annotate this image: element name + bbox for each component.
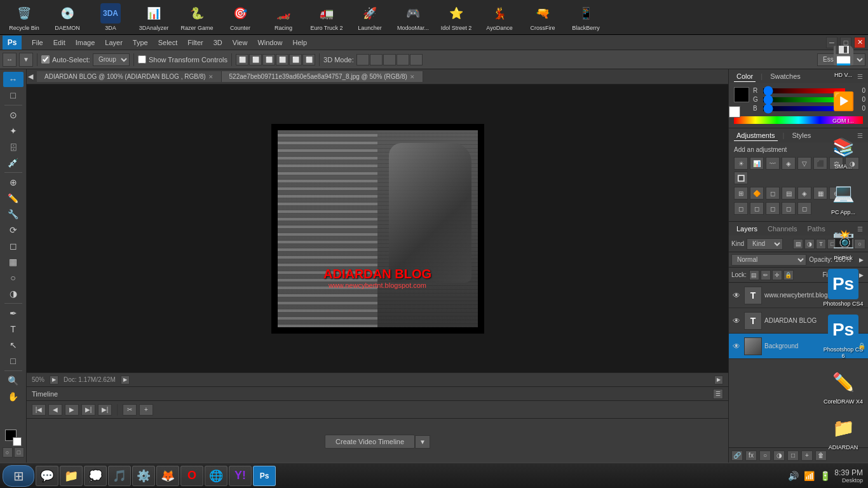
taskbar-icon-daemon[interactable]: 💿 DAEMON — [46, 1, 89, 34]
layers-kind-select[interactable]: Kind Name Effect — [747, 238, 783, 250]
desktop-icon-sma[interactable]: 📚 SMA... — [821, 129, 865, 172]
taskbar-icon-3da[interactable]: 3DA 3DA — [89, 1, 132, 34]
lasso-tool[interactable]: ⊙ — [3, 107, 24, 123]
align-top-btn[interactable]: ⬜ — [276, 54, 288, 65]
adj-exposure[interactable]: ◈ — [782, 157, 796, 170]
taskbar-icon-crossfire[interactable]: 🔫 CrossFire — [521, 1, 564, 34]
new-layer-btn[interactable]: + — [801, 451, 813, 461]
menu-type[interactable]: Type — [128, 37, 153, 48]
hand-tool[interactable]: ✋ — [3, 389, 24, 404]
desktop-icon-hd[interactable]: 💾 HD V... — [821, 37, 865, 81]
canvas-tab-1-close[interactable]: ✕ — [208, 74, 214, 80]
show-transform-checkbox[interactable] — [138, 55, 146, 64]
desktop-icon-pc-app[interactable]: 💻 PC App... — [821, 175, 865, 218]
new-group-btn[interactable]: □ — [787, 451, 799, 461]
taskbar-icon-launcher[interactable]: 🚀 Launcher — [348, 1, 391, 34]
menu-help[interactable]: Help — [288, 37, 313, 48]
filter-pixel-icon[interactable]: ▤ — [793, 239, 803, 249]
timeline-cut[interactable]: ✂ — [123, 404, 137, 416]
add-style-btn[interactable]: fx — [745, 451, 757, 461]
zoom-indicator-btn[interactable]: ▶ — [50, 376, 58, 384]
tabs-scroll-left[interactable]: ◀ — [27, 69, 37, 85]
align-right-btn[interactable]: ⬜ — [262, 54, 275, 65]
3d-mode-btn-1[interactable] — [356, 54, 369, 65]
menu-layer[interactable]: Layer — [100, 37, 128, 48]
adj-extra-4[interactable]: ◻ — [782, 202, 796, 215]
adj-levels[interactable]: 📊 — [750, 157, 764, 170]
adj-extra-5[interactable]: ◻ — [797, 202, 811, 215]
brush-tool[interactable]: ✏️ — [3, 191, 24, 206]
taskbar-icon-ayodance[interactable]: 💃 AyoDance — [478, 1, 521, 34]
timeline-step-forward[interactable]: ▶| — [81, 404, 95, 416]
adjustments-tab[interactable]: Adjustments — [734, 130, 778, 141]
align-center-btn[interactable]: ⬜ — [249, 54, 262, 65]
adj-color-lookup[interactable]: 🔶 — [750, 187, 764, 200]
eyedropper-tool[interactable]: 💉 — [3, 155, 24, 170]
shape-tool[interactable]: □ — [3, 353, 24, 369]
blend-mode-select[interactable]: Normal — [731, 254, 806, 266]
foreground-color-swatch[interactable] — [734, 87, 749, 102]
layers-tab[interactable]: Layers — [734, 224, 760, 234]
add-link-btn[interactable]: 🔗 — [731, 451, 743, 461]
desktop-icon-picpick[interactable]: 📸 PicPick — [821, 220, 865, 264]
fg-bg-color-swatch[interactable] — [734, 87, 749, 106]
bg-color[interactable] — [13, 437, 22, 446]
new-fill-adj-btn[interactable]: ◑ — [773, 451, 785, 461]
adj-curves[interactable]: 〰 — [766, 157, 780, 170]
adj-photo-filter[interactable]: 🔳 — [734, 172, 748, 184]
adj-extra-2[interactable]: ◻ — [750, 202, 764, 215]
desktop-icon-ps-cs4[interactable]: Ps Photoshop CS4 — [821, 266, 865, 309]
layer-1-visibility[interactable]: 👁 — [731, 290, 742, 301]
layer-2-visibility[interactable]: 👁 — [731, 316, 742, 326]
timeline-menu-btn[interactable]: ☰ — [713, 389, 723, 399]
taskbar-yahoo[interactable]: Y! — [229, 466, 252, 486]
filter-adjust-icon[interactable]: ◑ — [804, 239, 815, 249]
start-button[interactable]: ⊞ — [3, 465, 34, 487]
history-brush[interactable]: ⟳ — [3, 222, 24, 238]
adj-invert[interactable]: ◻ — [766, 187, 780, 200]
add-mask-btn[interactable]: ○ — [759, 451, 771, 461]
timeline-go-start[interactable]: |◀ — [32, 404, 46, 416]
menu-view[interactable]: View — [227, 37, 253, 48]
background-color-swatch[interactable] — [729, 106, 740, 118]
canvas-tab-1[interactable]: ADIARDAN BLOG @ 100% (ADIARDAN BLOG , RG… — [37, 71, 222, 82]
desktop-icon-adiardan[interactable]: 📁 ADIARDAN — [821, 410, 865, 453]
auto-select-checkbox[interactable] — [41, 55, 50, 64]
align-bottom-btn[interactable]: ⬜ — [302, 54, 315, 65]
pen-tool[interactable]: ✒ — [3, 306, 24, 321]
move-tool-btn[interactable]: ↔ — [3, 53, 17, 67]
taskbar-chat[interactable]: 💭 — [84, 466, 107, 486]
taskbar-icon-racing[interactable]: 🏎️ Racing — [262, 1, 305, 34]
lock-pixels-btn[interactable]: ▤ — [749, 270, 759, 280]
menu-image[interactable]: Image — [71, 37, 100, 48]
canvas-tab-2-close[interactable]: ✕ — [410, 74, 415, 80]
desktop-icon-coreldraw[interactable]: ✏️ CorelDRAW X4 — [821, 364, 865, 407]
quick-select-tool[interactable]: ✦ — [3, 123, 24, 139]
timeline-add-media[interactable]: + — [139, 404, 153, 416]
taskbar-settings[interactable]: ⚙️ — [132, 466, 155, 486]
taskbar-icon-counter[interactable]: 🎯 Counter — [219, 1, 262, 34]
adj-threshold[interactable]: ◈ — [797, 187, 811, 200]
create-timeline-dropdown[interactable]: ▼ — [415, 435, 430, 449]
swatches-tab[interactable]: Swatches — [768, 71, 803, 81]
taskbar-icon-euro-truck[interactable]: 🚛 Euro Truck 2 — [305, 1, 348, 34]
tray-icon-2[interactable]: 📶 — [803, 470, 816, 482]
healing-brush[interactable]: ⊕ — [3, 175, 24, 190]
status-info-btn[interactable]: ▶ — [121, 376, 130, 384]
eraser-tool[interactable]: ◻ — [3, 238, 24, 254]
taskbar-photoshop[interactable]: Ps — [253, 466, 276, 486]
marquee-tool[interactable]: □ — [3, 88, 24, 103]
status-expand-btn[interactable]: ▶ — [714, 376, 723, 384]
taskbar-icon-recycle-bin[interactable]: 🗑️ Recycle Bin — [3, 1, 46, 34]
taskbar-icon-3danalyzer[interactable]: 📊 3DAnalyzer — [132, 1, 175, 34]
quick-mask-btn[interactable]: ○ — [3, 447, 13, 458]
tool-options-arrow[interactable]: ▼ — [19, 53, 33, 67]
menu-window[interactable]: Window — [252, 37, 287, 48]
tray-icon-1[interactable]: 🔊 — [787, 470, 800, 482]
type-tool[interactable]: T — [3, 322, 24, 337]
crop-tool[interactable]: ⌹ — [3, 139, 24, 154]
desktop-icon-gom[interactable]: ▶️ GOM I... — [821, 83, 865, 126]
taskbar-icon-razer[interactable]: 🐍 Razer Game — [175, 1, 219, 34]
adj-channel-mixer[interactable]: ⊞ — [734, 187, 748, 200]
adj-vibrance[interactable]: ▽ — [797, 157, 811, 170]
